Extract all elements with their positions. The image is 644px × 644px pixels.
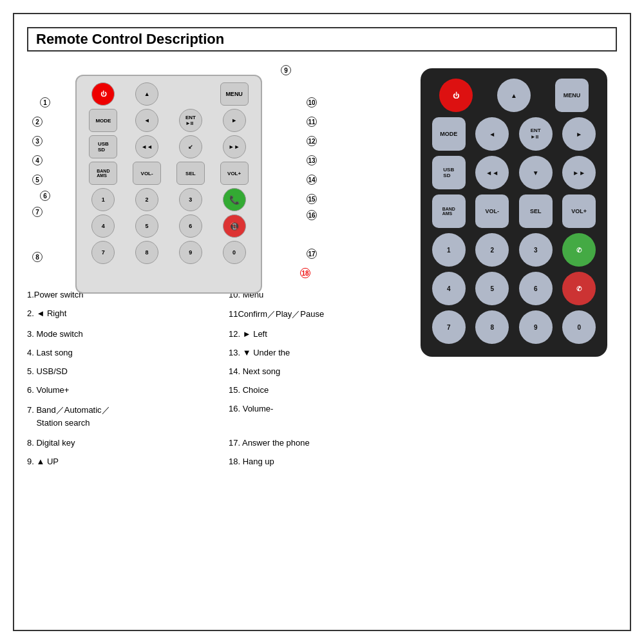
label-6: 6 [40,191,50,201]
r-2[interactable]: 2 [475,233,509,267]
diag-band[interactable]: BANDAMS [89,162,117,185]
description-section: 1.Power switch 10. Menu 2. ◄ Right 11Con… [27,287,411,469]
diag-usbsd[interactable]: USBSD [89,135,117,158]
label-8: 8 [32,252,43,262]
remote-row-4: BANDAMS VOL- SEL VOL+ [430,194,598,228]
desc-15: 15. Choice [229,383,411,397]
desc-9: 9. ▲ UP [27,454,209,469]
r-volminus[interactable]: VOL- [475,194,509,228]
r-9[interactable]: 9 [519,310,553,344]
label-15: 15 [307,194,317,204]
label-9: 9 [281,65,291,75]
r-1[interactable]: 1 [432,233,466,267]
r-next[interactable]: ►► [562,156,596,189]
r-5[interactable]: 5 [475,272,509,305]
r-usbsd[interactable]: USBSD [432,156,466,189]
diag-empty1 [179,82,202,106]
diag-prev[interactable]: ◄◄ [135,135,158,158]
diag-8[interactable]: 8 [135,241,158,264]
diag-volplus[interactable]: VOL+ [220,162,249,185]
diag-3[interactable]: 3 [179,188,202,211]
desc-2: 2. ◄ Right [27,306,209,323]
r-right[interactable]: ► [562,117,596,151]
label-17: 17 [307,249,317,259]
remote-row-5: 1 2 3 ✆ [430,233,598,267]
r-call-red[interactable]: ✆ [562,272,596,305]
diag-sel[interactable]: SEL [176,162,205,185]
r-call-green[interactable]: ✆ [562,233,596,267]
page-container: Remote Control Description 1 2 3 4 5 6 7… [13,13,631,631]
r-menu[interactable]: MENU [555,79,589,112]
diag-1[interactable]: 1 [91,188,115,211]
r-ent[interactable]: ENT►II [519,117,553,151]
diag-5[interactable]: 5 [135,214,158,238]
r-8[interactable]: 8 [475,310,509,344]
label-2: 2 [32,117,43,127]
diag-0[interactable]: 0 [223,241,246,264]
label-4: 4 [32,155,43,166]
remote-row-2: MODE ◄ ENT►II ► [430,117,598,151]
diag-power[interactable]: ⏻ [91,82,115,106]
diag-6[interactable]: 6 [179,214,202,238]
desc-12: 12. ► Left [229,327,411,341]
desc-7: 7. Band／Automatic／ Station search [27,401,209,431]
r-4[interactable]: 4 [432,272,466,305]
desc-17: 17. Answer the phone [229,435,411,450]
label-12: 12 [307,136,317,146]
diag-2[interactable]: 2 [135,188,158,211]
label-13: 13 [307,155,317,166]
desc-3: 3. Mode switch [27,327,209,341]
right-side: ⏻ ▲ MENU MODE ◄ ENT►II ► USBSD ◄◄ ▼ ►► [411,62,617,617]
content-row: 1 2 3 4 5 6 7 8 9 10 11 12 13 14 15 16 1… [27,62,617,617]
diag-up[interactable]: ▲ [135,82,158,106]
diag-9[interactable]: 9 [179,241,202,264]
remote-row-3: USBSD ◄◄ ▼ ►► [430,156,598,189]
diag-call-green[interactable]: 📞 [223,188,246,211]
left-side: 1 2 3 4 5 6 7 8 9 10 11 12 13 14 15 16 1… [27,62,411,617]
diag-menu[interactable]: MENU [220,82,249,106]
diag-left[interactable]: ◄ [135,109,158,132]
label-16: 16 [307,210,317,220]
r-left[interactable]: ◄ [475,117,509,151]
r-0[interactable]: 0 [562,310,596,344]
desc-6: 6. Volume+ [27,383,209,397]
r-7[interactable]: 7 [432,310,466,344]
label-1: 1 [40,97,50,108]
remote-row-1: ⏻ ▲ MENU [430,79,598,112]
r-volplus[interactable]: VOL+ [562,194,596,228]
r-prev[interactable]: ◄◄ [475,156,509,189]
r-6[interactable]: 6 [519,272,553,305]
r-down[interactable]: ▼ [519,156,553,189]
desc-8: 8. Digital key [27,435,209,450]
r-up[interactable]: ▲ [497,79,531,112]
diag-next[interactable]: ►► [223,135,246,158]
r-power[interactable]: ⏻ [439,79,473,112]
desc-18: 18. Hang up [229,454,411,469]
label-10: 10 [307,97,317,108]
r-mode[interactable]: MODE [432,117,466,151]
desc-11: 11Confirm／Play／Pause [229,306,411,323]
r-sel[interactable]: SEL [519,194,553,228]
label-18: 18 [300,268,310,278]
r-band[interactable]: BANDAMS [432,194,466,228]
page-title: Remote Control Description [27,27,617,52]
diag-4[interactable]: 4 [91,214,115,238]
diag-mode[interactable]: MODE [89,109,117,132]
label-14: 14 [307,175,317,185]
desc-14: 14. Next song [229,364,411,379]
diagram-area: 1 2 3 4 5 6 7 8 9 10 11 12 13 14 15 16 1… [27,62,323,268]
diag-volminus[interactable]: VOL- [133,162,161,185]
label-7: 7 [32,207,43,217]
remote-control: ⏻ ▲ MENU MODE ◄ ENT►II ► USBSD ◄◄ ▼ ►► [421,68,607,357]
remote-row-7: 7 8 9 0 [430,310,598,344]
diag-call-red[interactable]: 📵 [223,214,246,238]
diag-ent[interactable]: ENT►II [179,109,202,132]
desc-16: 16. Volume- [229,401,411,431]
desc-13: 13. ▼ Under the [229,345,411,360]
diag-7[interactable]: 7 [91,241,115,264]
diag-right[interactable]: ► [223,109,246,132]
r-3[interactable]: 3 [519,233,553,267]
diag-down[interactable]: ↙ [179,135,202,158]
desc-5: 5. USB/SD [27,364,209,379]
label-5: 5 [32,175,43,185]
